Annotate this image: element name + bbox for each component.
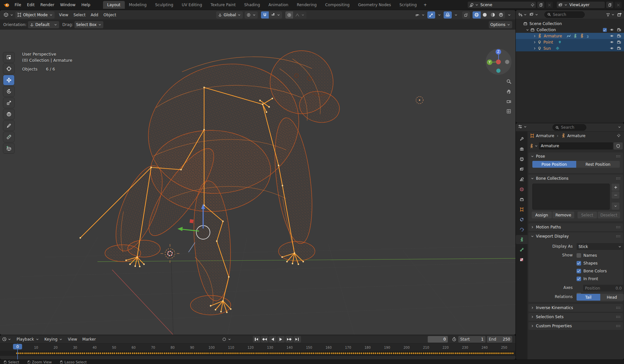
pose-section-header[interactable]: Pose bbox=[528, 152, 623, 160]
properties-tab-bone[interactable] bbox=[516, 245, 527, 254]
tool-move[interactable] bbox=[3, 75, 14, 85]
timeline-editor-type[interactable] bbox=[2, 337, 11, 342]
viewport-menu-object[interactable]: Object bbox=[101, 11, 119, 19]
ortho-toggle-icon[interactable] bbox=[504, 107, 513, 115]
display-as-dropdown[interactable]: Stick bbox=[577, 243, 624, 250]
section-header[interactable]: Custom Properties bbox=[528, 322, 623, 330]
options-button[interactable]: Options bbox=[489, 21, 512, 28]
chevron-down-icon[interactable] bbox=[618, 125, 621, 129]
previous-keyframe-button[interactable] bbox=[261, 336, 268, 343]
panel-grip[interactable] bbox=[616, 177, 620, 180]
viewport-menu-select[interactable]: Select bbox=[71, 11, 88, 19]
pose-position-button[interactable]: Pose Position bbox=[532, 161, 576, 168]
deselect-button[interactable]: Deselect bbox=[598, 212, 620, 218]
tab-texture-paint[interactable]: Texture Paint bbox=[206, 1, 240, 9]
axis-z-handle[interactable]: Z bbox=[496, 49, 501, 55]
eye-toggle-icon[interactable] bbox=[609, 46, 614, 50]
properties-tab-physics[interactable] bbox=[516, 225, 527, 234]
bone-collections-header[interactable]: Bone Collections bbox=[528, 175, 623, 182]
proportional-edit-toggle[interactable] bbox=[285, 11, 293, 19]
tool-scale[interactable] bbox=[3, 98, 14, 108]
breadcrumb-object[interactable]: Armature bbox=[536, 134, 554, 138]
tab-modeling[interactable]: Modeling bbox=[125, 1, 151, 9]
viewlayer-selector[interactable]: ViewLayer bbox=[556, 1, 605, 8]
transform-orientation-selector[interactable]: Global bbox=[216, 11, 243, 19]
tab-uv-editing[interactable]: UV Editing bbox=[177, 1, 206, 9]
panel-grip[interactable] bbox=[616, 316, 620, 318]
checkbox-in-front[interactable] bbox=[577, 277, 581, 281]
navigation-gizmo[interactable]: Z Y bbox=[485, 48, 512, 75]
chevron-down-icon[interactable] bbox=[228, 337, 231, 341]
chevron-right-icon[interactable] bbox=[533, 34, 537, 38]
playhead-badge[interactable]: 0 bbox=[13, 344, 22, 349]
tab-compositing[interactable]: Compositing bbox=[321, 1, 354, 9]
end-frame-field[interactable]: End250 bbox=[487, 336, 512, 343]
outliner-search[interactable] bbox=[544, 11, 585, 18]
properties-tab-render[interactable] bbox=[516, 144, 527, 153]
outliner-row-scene-collection[interactable]: Scene Collection bbox=[516, 20, 624, 27]
start-frame-field[interactable]: Start1 bbox=[458, 336, 486, 343]
timeline-menu-keying[interactable]: Keying bbox=[42, 336, 65, 343]
shading-solid-button[interactable] bbox=[481, 11, 489, 19]
panel-grip[interactable] bbox=[616, 226, 620, 228]
rest-position-button[interactable]: Rest Position bbox=[576, 161, 620, 168]
section-custom-properties[interactable]: Custom Properties bbox=[528, 322, 623, 330]
properties-tab-world[interactable] bbox=[516, 185, 527, 194]
relations-tail-button[interactable]: Tail bbox=[577, 294, 600, 301]
tab-animation[interactable]: Animation bbox=[264, 1, 292, 9]
axis-x-handle[interactable] bbox=[496, 59, 501, 64]
axis-y-handle[interactable]: Y bbox=[487, 59, 492, 65]
panel-grip[interactable] bbox=[616, 155, 620, 158]
snap-toggle[interactable] bbox=[261, 11, 269, 19]
axes-position-slider[interactable]: Position 0.0 bbox=[583, 285, 624, 292]
scene-new-button[interactable] bbox=[537, 1, 545, 8]
properties-tab-texture[interactable] bbox=[516, 255, 527, 264]
chevron-down-icon[interactable] bbox=[526, 28, 529, 32]
id-type-button[interactable] bbox=[529, 144, 538, 149]
properties-tab-scene[interactable] bbox=[516, 175, 527, 184]
current-frame-field[interactable]: 0 bbox=[428, 336, 448, 343]
new-collection-button[interactable] bbox=[617, 12, 622, 17]
tab-sculpting[interactable]: Sculpting bbox=[151, 1, 177, 9]
panel-grip[interactable] bbox=[616, 325, 620, 327]
tab-scripting[interactable]: Scripting bbox=[395, 1, 421, 9]
pan-hand-icon[interactable] bbox=[504, 87, 513, 96]
viewlayer-delete-button[interactable] bbox=[614, 1, 622, 8]
camera-toggle-icon[interactable] bbox=[617, 28, 621, 32]
outliner-filter-type[interactable] bbox=[529, 12, 539, 17]
blender-logo-icon[interactable] bbox=[3, 2, 10, 8]
next-keyframe-button[interactable] bbox=[285, 336, 293, 343]
drag-selector[interactable]: Select Box bbox=[74, 21, 103, 28]
timeline-menu-view[interactable]: View bbox=[65, 336, 80, 343]
outliner-search-input[interactable] bbox=[553, 12, 582, 17]
scene-delete-button[interactable] bbox=[545, 1, 553, 8]
outliner-row-point[interactable]: Point bbox=[516, 39, 624, 45]
shading-rendered-button[interactable] bbox=[497, 11, 505, 19]
section-header[interactable]: Selection Sets bbox=[528, 313, 623, 321]
properties-search-input[interactable] bbox=[561, 125, 584, 130]
remove-button[interactable]: Remove bbox=[552, 212, 574, 218]
proportional-falloff[interactable] bbox=[293, 11, 306, 19]
outliner-display-mode[interactable] bbox=[518, 12, 527, 17]
tool-add-cube[interactable] bbox=[3, 143, 14, 153]
properties-tab-object[interactable] bbox=[516, 205, 527, 214]
viewlayer-new-button[interactable] bbox=[606, 1, 614, 8]
tool-cursor[interactable] bbox=[3, 64, 14, 74]
viewport-menu-view[interactable]: View bbox=[57, 11, 71, 19]
breadcrumb-data[interactable]: Armature bbox=[567, 134, 585, 138]
tab-geometry-nodes[interactable]: Geometry Nodes bbox=[354, 1, 395, 9]
timeline-menu-marker[interactable]: Marker bbox=[80, 336, 98, 343]
tool-select-box[interactable] bbox=[3, 52, 14, 62]
menu-file[interactable]: File bbox=[12, 1, 24, 8]
xray-toggle[interactable] bbox=[462, 11, 470, 19]
menu-help[interactable]: Help bbox=[78, 1, 93, 8]
panel-grip[interactable] bbox=[616, 306, 620, 309]
jump-to-start-button[interactable] bbox=[253, 336, 260, 343]
overlays-dropdown[interactable] bbox=[452, 11, 460, 19]
bone-collections-list[interactable] bbox=[532, 184, 610, 210]
menu-edit[interactable]: Edit bbox=[24, 1, 37, 8]
mode-selector[interactable]: Object Mode bbox=[15, 11, 55, 19]
id-name-field[interactable]: Armature bbox=[539, 142, 613, 150]
relations-head-button[interactable]: Head bbox=[600, 294, 624, 301]
outliner-filter-button[interactable] bbox=[606, 12, 615, 17]
